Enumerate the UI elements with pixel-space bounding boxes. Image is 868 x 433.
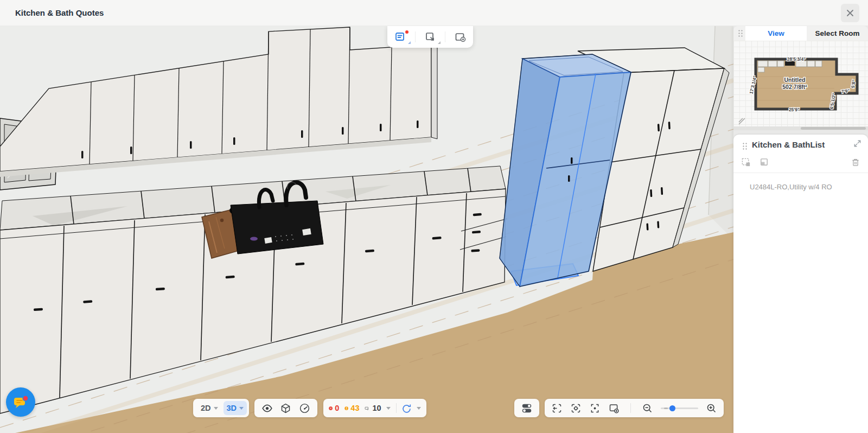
view-mode-pill: 2D 3D xyxy=(193,399,249,417)
marquee-select-button[interactable] xyxy=(741,157,751,168)
marquee-select-icon xyxy=(741,157,751,168)
layer-toggles-button[interactable] xyxy=(521,402,533,414)
resize-handle-icon[interactable] xyxy=(738,117,745,125)
zoom-in-icon xyxy=(706,403,717,414)
list-toolbar xyxy=(733,154,868,170)
sync-button[interactable] xyxy=(401,403,412,413)
drawing-count: 10 xyxy=(372,404,381,412)
focus-selection-button[interactable] xyxy=(589,403,601,414)
room-name: Untitled xyxy=(784,77,805,83)
mode-3d-label: 3D xyxy=(227,404,237,412)
mode-2d-label: 2D xyxy=(201,404,211,412)
chat-icon xyxy=(12,394,29,410)
camera-zoom-pill xyxy=(545,399,724,417)
zoom-in-button[interactable] xyxy=(706,403,717,414)
toggles-pill xyxy=(514,399,539,417)
mode-2d-button[interactable]: 2D xyxy=(197,401,221,415)
dim-bottom: 25'9" xyxy=(789,107,800,112)
floor-plan-panel[interactable]: 28'5 3/4" 17'3 1/4" 25'9" 6'5-1/2" 7'9" … xyxy=(733,41,868,130)
view-angle-button[interactable] xyxy=(551,403,563,414)
replace-icon xyxy=(759,157,769,168)
list-item[interactable]: U2484L-RO,Utility w/4 RO xyxy=(750,183,868,191)
drag-handle-icon[interactable] xyxy=(738,29,743,37)
area-select-button[interactable] xyxy=(418,28,442,46)
zoom-slider[interactable] xyxy=(661,404,698,412)
display-pill xyxy=(254,399,317,417)
screenshot-plus-icon xyxy=(608,403,620,414)
zoom-out-icon xyxy=(642,403,653,414)
error-count: 0 xyxy=(335,404,339,412)
error-icon xyxy=(329,404,333,413)
trash-icon xyxy=(851,157,860,167)
camera-settings-button[interactable] xyxy=(570,403,582,414)
camera-settings-icon xyxy=(570,403,582,414)
expand-icon xyxy=(853,139,861,148)
drawings-icon xyxy=(365,403,369,413)
viewport-toolbar xyxy=(387,26,473,48)
scene-viewport[interactable]: 2D 3D xyxy=(0,26,733,433)
scene-canvas[interactable] xyxy=(0,26,733,433)
close-icon xyxy=(845,8,855,18)
kitchen-bath-list-panel: Kitchen & BathList xyxy=(733,135,868,433)
focus-icon xyxy=(589,403,601,414)
warning-icon xyxy=(344,404,348,413)
list-header: Kitchen & BathList xyxy=(733,135,868,154)
quote-list-button[interactable] xyxy=(388,28,412,46)
visibility-button[interactable] xyxy=(261,403,273,414)
panel-tab-bar: View Select Room xyxy=(733,26,868,41)
close-button[interactable] xyxy=(841,4,859,22)
tab-view[interactable]: View xyxy=(745,26,807,41)
screenshot-button[interactable] xyxy=(608,403,620,414)
toggles-icon xyxy=(521,402,533,414)
zoom-slider-knob[interactable] xyxy=(669,405,675,411)
chevron-down-icon xyxy=(214,407,218,410)
render-style-button[interactable] xyxy=(280,403,291,414)
dropdown-caret-icon xyxy=(408,41,411,44)
title-bar: Kitchen & Bath Quotes xyxy=(0,0,868,26)
sync-icon xyxy=(401,403,412,413)
area-select-icon xyxy=(424,31,436,43)
floor-plan-sink xyxy=(785,61,795,66)
snapshot-settings-icon xyxy=(454,31,466,43)
gauge-icon xyxy=(299,403,310,414)
drag-handle-icon[interactable] xyxy=(742,142,748,150)
delete-item-button[interactable] xyxy=(851,157,860,167)
floor-plan-map: 28'5 3/4" 17'3 1/4" 25'9" 6'5-1/2" 7'9" … xyxy=(733,41,868,126)
replace-item-button[interactable] xyxy=(759,157,769,168)
view-angle-icon xyxy=(551,403,563,414)
dropdown-caret-icon xyxy=(438,41,441,44)
tab-select-room[interactable]: Select Room xyxy=(807,26,868,41)
cube-icon xyxy=(280,403,291,414)
warning-count: 43 xyxy=(350,404,359,412)
zoom-out-button[interactable] xyxy=(642,403,653,414)
walkthrough-button[interactable] xyxy=(299,403,310,414)
notification-dot xyxy=(405,30,409,34)
eye-icon xyxy=(261,403,273,414)
room-area: 502 7/8ft² xyxy=(782,84,807,90)
chevron-down-icon[interactable] xyxy=(386,407,391,410)
expand-panel-button[interactable] xyxy=(853,139,861,149)
dim-top: 28'5 3/4" xyxy=(787,56,806,62)
mode-3d-button[interactable]: 3D xyxy=(224,401,247,415)
status-pill: 0 43 10 xyxy=(323,399,426,417)
page-title: Kitchen & Bath Quotes xyxy=(15,0,104,26)
chevron-down-icon[interactable] xyxy=(417,407,421,410)
snapshot-settings-button[interactable] xyxy=(448,28,472,46)
floor-plan-scrollbar[interactable] xyxy=(733,126,868,130)
list-title: Kitchen & BathList xyxy=(752,140,825,149)
right-panel: View Select Room 28'5 3/4" 17'3 1/4" 25'… xyxy=(733,26,868,433)
chevron-down-icon xyxy=(239,407,244,410)
app-root: Kitchen & Bath Quotes xyxy=(0,0,868,433)
chat-button[interactable] xyxy=(6,387,35,417)
dim-ext-bottom: 7'9" xyxy=(841,88,850,94)
